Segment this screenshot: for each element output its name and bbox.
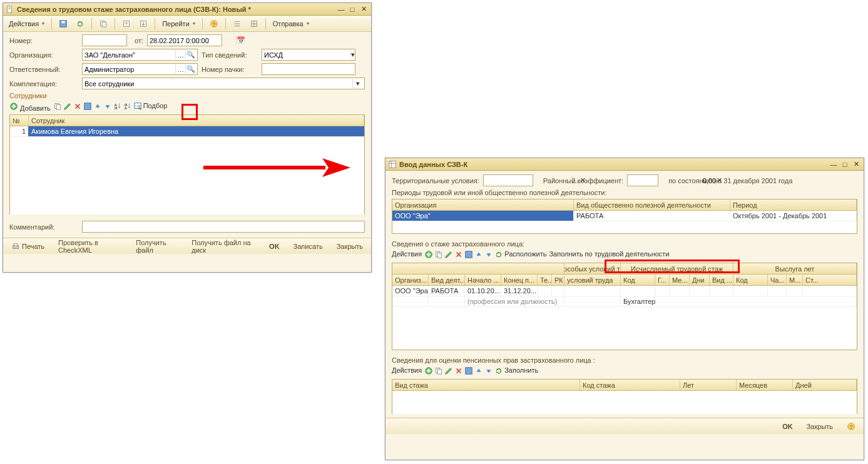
pack-field[interactable] xyxy=(262,63,355,75)
ok-button[interactable]: OK xyxy=(265,240,284,253)
move-down-icon[interactable] xyxy=(103,102,112,113)
copy-icon[interactable] xyxy=(434,366,443,378)
sort-desc-icon[interactable]: ЯА xyxy=(123,102,132,113)
date-field[interactable]: 📅 xyxy=(147,34,222,46)
col-rk[interactable]: РК xyxy=(552,275,564,285)
calendar-icon[interactable]: 📅 xyxy=(236,36,245,45)
col-type[interactable]: Вид стажа xyxy=(392,380,580,390)
getfile-button[interactable]: Получить файл xyxy=(131,240,182,253)
col-period[interactable]: Период xyxy=(730,199,857,210)
add-icon[interactable] xyxy=(424,250,433,261)
fill-button[interactable]: Заполнить xyxy=(504,366,538,378)
ok-button[interactable]: OK xyxy=(778,420,797,433)
maximize-button[interactable]: □ xyxy=(347,5,357,14)
save-icon[interactable] xyxy=(464,250,473,261)
col-m[interactable]: Ме... xyxy=(670,275,690,285)
table-row[interactable]: ООО "Эра" РАБОТА 01.10.20... 31.12.20... xyxy=(392,286,857,296)
edit-row-icon[interactable] xyxy=(63,102,72,113)
number-field[interactable] xyxy=(82,34,127,46)
actions-menu[interactable]: Действия xyxy=(392,366,422,378)
move-up-icon[interactable] xyxy=(93,102,102,113)
checkxml-button[interactable]: Проверить в CheckXML xyxy=(54,240,126,253)
dropdown-icon[interactable]: ▾ xyxy=(352,79,362,88)
table-row-sub[interactable]: (профессия или должность) Бухгалтер xyxy=(392,296,857,307)
add-button[interactable]: Добавить xyxy=(9,102,51,113)
down-icon[interactable] xyxy=(484,366,493,378)
export-icon[interactable] xyxy=(119,18,134,30)
col-years[interactable]: Лет xyxy=(680,380,737,390)
list-icon[interactable] xyxy=(230,18,245,30)
col-start[interactable]: Начало ... xyxy=(465,275,501,285)
comment-field[interactable] xyxy=(82,221,365,233)
col-org[interactable]: Организ... xyxy=(392,275,429,285)
col-days[interactable]: Дней xyxy=(793,380,857,390)
col-g[interactable]: Г... xyxy=(655,275,670,285)
sort-asc-icon[interactable]: АЯ xyxy=(113,102,122,113)
terr-field[interactable]: … ✕ xyxy=(483,174,533,186)
delete-icon[interactable] xyxy=(454,366,463,378)
type-field[interactable]: ▾ xyxy=(262,49,355,61)
refresh-icon[interactable] xyxy=(494,366,503,378)
save-row-icon[interactable] xyxy=(83,102,92,113)
write-button[interactable]: Записать xyxy=(289,240,327,253)
search-icon[interactable]: 🔍 xyxy=(185,64,195,74)
org-field[interactable]: … 🔍 xyxy=(82,49,198,61)
col-type[interactable]: Вид деят... xyxy=(429,275,465,285)
minimize-button[interactable]: — xyxy=(829,160,839,169)
copy-row-icon[interactable] xyxy=(53,102,62,113)
edit-icon[interactable] xyxy=(444,250,453,261)
help-icon[interactable]: ? xyxy=(207,18,222,30)
save-icon[interactable] xyxy=(464,366,473,378)
goto-menu[interactable]: Перейти xyxy=(159,18,198,30)
col-vid[interactable]: Вид ... xyxy=(710,275,733,285)
col-m2[interactable]: М... xyxy=(787,275,803,285)
comp-field[interactable]: ▾ xyxy=(82,78,365,89)
save-icon[interactable] xyxy=(56,18,71,30)
actions-menu[interactable]: Действия xyxy=(6,18,48,30)
up-icon[interactable] xyxy=(474,366,483,378)
search-icon[interactable]: 🔍 xyxy=(185,50,195,59)
fill-by-activity-button[interactable]: Заполнить по трудовой деятельности xyxy=(549,250,669,261)
close-button[interactable]: Закрыть xyxy=(802,420,837,433)
arrange-button[interactable]: Расположить xyxy=(504,250,546,261)
refresh-icon[interactable] xyxy=(494,250,503,261)
pick-button[interactable]: Подбор xyxy=(143,102,168,113)
col-cond[interactable]: условий труда xyxy=(564,275,621,285)
col-months[interactable]: Месяцев xyxy=(737,380,793,390)
down-icon[interactable] xyxy=(484,250,493,261)
col-org[interactable]: Организация xyxy=(392,199,574,210)
close-button[interactable]: ✕ xyxy=(851,160,861,169)
getfiledisk-button[interactable]: Получить файл на диск xyxy=(187,240,260,253)
table-row[interactable]: 1 Акимова Евгения Игоревна xyxy=(10,126,364,137)
col-type[interactable]: Вид общественно полезной деятельности xyxy=(574,199,730,210)
col-code[interactable]: Код xyxy=(621,275,655,285)
select-icon[interactable]: … xyxy=(175,64,185,74)
select-icon[interactable]: … xyxy=(175,50,185,59)
up-icon[interactable] xyxy=(474,250,483,261)
edit-icon[interactable] xyxy=(444,366,453,378)
col-d[interactable]: Дни xyxy=(690,275,710,285)
add-icon[interactable] xyxy=(424,366,433,378)
send-menu[interactable]: Отправка xyxy=(270,18,312,30)
grid-icon[interactable] xyxy=(247,18,262,30)
delete-icon[interactable] xyxy=(454,250,463,261)
maximize-button[interactable]: □ xyxy=(840,160,850,169)
import-icon[interactable] xyxy=(136,18,151,30)
col-st[interactable]: Ст... xyxy=(803,275,857,285)
col-code2[interactable]: Код xyxy=(733,275,768,285)
col-cha[interactable]: Ча... xyxy=(768,275,787,285)
dropdown-icon[interactable]: ▾ xyxy=(350,50,355,59)
actions-menu[interactable]: Действия xyxy=(392,250,422,261)
close-button[interactable]: ✕ xyxy=(359,5,369,14)
col-employee[interactable]: Сотрудник xyxy=(29,115,364,126)
refresh-icon[interactable] xyxy=(73,18,88,30)
help-icon[interactable]: ? xyxy=(842,420,860,433)
col-te[interactable]: Те... xyxy=(538,275,552,285)
col-code[interactable]: Код стажа xyxy=(580,380,680,390)
copy-icon[interactable] xyxy=(96,18,111,30)
close-button[interactable]: Закрыть xyxy=(332,240,367,253)
table-row[interactable]: ООО "Эра" РАБОТА Октябрь 2001 - Декабрь … xyxy=(392,211,857,221)
col-end[interactable]: Конец п... xyxy=(501,275,538,285)
print-button[interactable]: Печать xyxy=(7,240,49,253)
delete-row-icon[interactable] xyxy=(73,102,82,113)
